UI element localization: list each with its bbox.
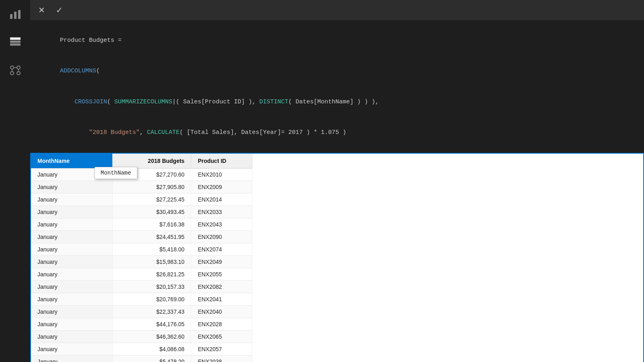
data-table-container: MonthName 2018 Budgets Product ID Januar… <box>30 153 644 362</box>
cell-monthname: January <box>31 231 112 243</box>
formula-addcolumns: ADDCOLUMNS <box>60 68 96 74</box>
main-content: ✕ ✓ Product Budgets = ADDCOLUMNS( CROSSJ… <box>30 0 644 362</box>
sidebar <box>0 0 30 362</box>
column-header-productid[interactable]: Product ID <box>191 154 252 169</box>
cell-budgets: $5,478.20 <box>112 356 191 362</box>
sidebar-icon-table[interactable] <box>0 28 30 56</box>
data-table: MonthName 2018 Budgets Product ID Januar… <box>31 154 252 362</box>
formula-total-sales: [Total Sales] <box>187 129 234 136</box>
table-row: January$46,362.60ENX2065 <box>31 331 252 343</box>
table-row: January$15,983.10ENX2049 <box>31 256 252 268</box>
cell-budgets: $20,769.00 <box>112 293 191 306</box>
table-body: January$27,270.60ENX2010January$27,905.8… <box>31 169 252 362</box>
cell-productid: ENX2043 <box>191 218 252 231</box>
cell-monthname: January <box>31 293 112 306</box>
cell-budgets: $22,337.43 <box>112 306 191 318</box>
sidebar-icon-chart[interactable] <box>0 0 30 28</box>
cell-productid: ENX2028 <box>191 318 252 331</box>
cancel-button[interactable]: ✕ <box>34 3 49 17</box>
cell-budgets: $5,418.00 <box>112 243 191 256</box>
cell-productid: ENX2040 <box>191 306 252 318</box>
cell-productid: ENX2049 <box>191 256 252 268</box>
cell-monthname: January <box>31 331 112 343</box>
cell-monthname: January <box>31 243 112 256</box>
column-header-monthname[interactable]: MonthName <box>31 154 112 169</box>
svg-point-10 <box>10 66 14 69</box>
cell-monthname: January <box>31 218 112 231</box>
table-row: January$24,451.95ENX2090 <box>31 231 252 243</box>
table-wrapper: MonthName MonthName 2018 Budgets Product… <box>30 153 644 362</box>
cell-monthname: January <box>31 356 112 362</box>
svg-rect-1 <box>14 12 17 19</box>
cell-productid: ENX2057 <box>191 343 252 356</box>
cell-productid: ENX2041 <box>191 293 252 306</box>
table-row: January$44,176.05ENX2028 <box>31 318 252 331</box>
svg-rect-4 <box>10 41 21 43</box>
svg-point-11 <box>17 66 20 69</box>
cell-budgets: $46,362.60 <box>112 331 191 343</box>
table-row: January$27,905.80ENX2009 <box>31 181 252 193</box>
table-header-row: MonthName 2018 Budgets Product ID <box>31 154 252 169</box>
table-row: January$27,225.45ENX2014 <box>31 193 252 206</box>
table-row: January$22,337.43ENX2040 <box>31 306 252 318</box>
cell-budgets: $15,983.10 <box>112 256 191 268</box>
column-header-budgets[interactable]: 2018 Budgets <box>112 154 191 169</box>
cell-monthname: January <box>31 318 112 331</box>
svg-rect-5 <box>10 43 21 45</box>
cell-productid: ENX2090 <box>191 231 252 243</box>
svg-rect-2 <box>18 10 21 19</box>
formula-distinct: DISTINCT <box>259 99 288 105</box>
table-row: January$4,086.08ENX2057 <box>31 343 252 356</box>
cell-monthname: January <box>31 306 112 318</box>
cell-monthname: January <box>31 256 112 268</box>
cell-budgets: $4,086.08 <box>112 343 191 356</box>
cell-monthname: January <box>31 193 112 206</box>
formula-calculate: CALCULATE <box>147 129 180 136</box>
table-row: January$7,616.38ENX2043 <box>31 218 252 231</box>
table-row: January$30,493.45ENX2033 <box>31 206 252 218</box>
cell-productid: ENX2010 <box>191 169 252 181</box>
cell-budgets: $27,270.60 <box>112 169 191 181</box>
formula-measure-name: Product Budgets <box>60 37 118 44</box>
cell-productid: ENX2055 <box>191 268 252 281</box>
table-row: January$27,270.60ENX2010 <box>31 169 252 181</box>
cell-budgets: $7,616.38 <box>112 218 191 231</box>
svg-point-12 <box>10 72 14 75</box>
table-row: January$5,418.00ENX2074 <box>31 243 252 256</box>
cell-productid: ENX2082 <box>191 281 252 293</box>
svg-point-13 <box>17 72 20 75</box>
table-row: January$26,821.25ENX2055 <box>31 268 252 281</box>
table-row: January$20,769.00ENX2041 <box>31 293 252 306</box>
cell-budgets: $27,905.80 <box>112 181 191 193</box>
cell-monthname: January <box>31 343 112 356</box>
cell-monthname: January <box>31 181 112 193</box>
cell-budgets: $44,176.05 <box>112 318 191 331</box>
formula-string-budgets: "2018 Budgets" <box>89 129 140 136</box>
cell-budgets: $27,225.45 <box>112 193 191 206</box>
cell-monthname: January <box>31 268 112 281</box>
cell-productid: ENX2065 <box>191 331 252 343</box>
cell-productid: ENX2038 <box>191 356 252 362</box>
svg-rect-3 <box>10 37 21 40</box>
cell-monthname: January <box>31 169 112 181</box>
formula-area[interactable]: Product Budgets = ADDCOLUMNS( CROSSJOIN(… <box>30 20 644 153</box>
cell-productid: ENX2014 <box>191 193 252 206</box>
confirm-button[interactable]: ✓ <box>52 3 66 17</box>
cell-monthname: January <box>31 206 112 218</box>
cell-productid: ENX2009 <box>191 181 252 193</box>
cell-budgets: $26,821.25 <box>112 268 191 281</box>
formula-crossjoin: CROSSJOIN <box>74 99 107 105</box>
cell-productid: ENX2074 <box>191 243 252 256</box>
cell-budgets: $20,157.33 <box>112 281 191 293</box>
sidebar-icon-model[interactable] <box>0 56 30 84</box>
cell-budgets: $24,451.95 <box>112 231 191 243</box>
table-row: January$5,478.20ENX2038 <box>31 356 252 362</box>
cell-budgets: $30,493.45 <box>112 206 191 218</box>
cell-productid: ENX2033 <box>191 206 252 218</box>
formula-toolbar: ✕ ✓ <box>30 0 644 20</box>
formula-summarizecolumns: SUMMARIZECOLUMNS <box>114 99 172 105</box>
cell-monthname: January <box>31 281 112 293</box>
table-row: January$20,157.33ENX2082 <box>31 281 252 293</box>
svg-rect-0 <box>10 14 12 19</box>
